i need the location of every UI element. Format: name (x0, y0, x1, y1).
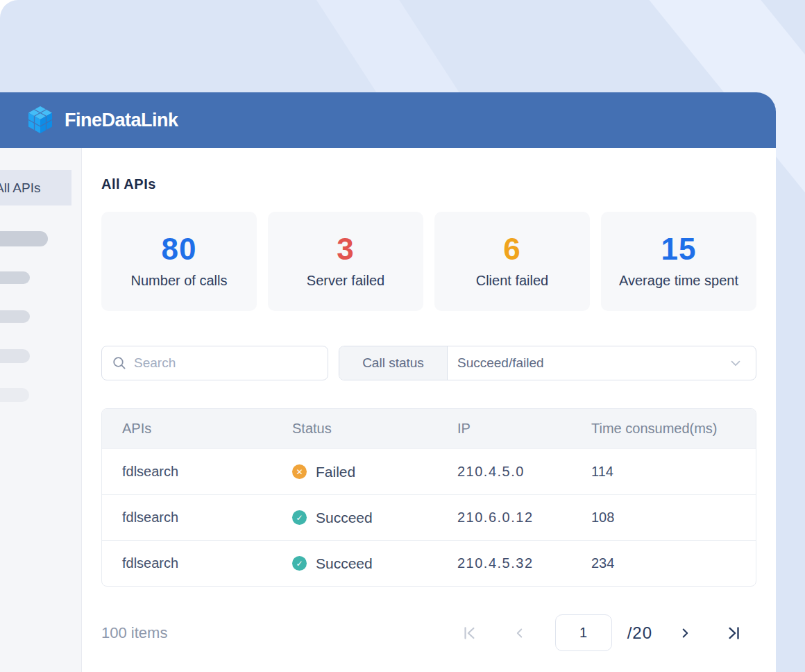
stat-value: 80 (162, 234, 197, 264)
stat-card-server-failed: 3 Server failed (268, 212, 423, 311)
search-input[interactable] (134, 355, 318, 371)
table-row[interactable]: fdlsearch ✓ Succeed 210.6.0.12 108 (102, 494, 756, 540)
sidebar-item-label: All APIs (0, 180, 40, 196)
page-title: All APIs (101, 176, 756, 192)
stat-card-average-time: 15 Average time spent (601, 212, 756, 311)
sidebar-skeleton-item (0, 349, 30, 363)
cell-time: 108 (591, 510, 756, 526)
cell-ip: 210.6.0.12 (457, 510, 591, 526)
search-icon (112, 355, 127, 371)
stat-label: Server failed (307, 273, 384, 289)
column-header-status: Status (292, 421, 457, 437)
cell-time: 234 (591, 555, 756, 571)
table-body: fdlsearch ✕ Failed 210.4.5.0 114 fdlsear… (102, 448, 756, 586)
cell-status: ✓ Succeed (292, 510, 457, 526)
cell-api: fdlsearch (102, 464, 292, 480)
table-row[interactable]: fdlsearch ✕ Failed 210.4.5.0 114 (102, 448, 756, 494)
current-page-input[interactable]: 1 (555, 614, 612, 651)
status-badge-icon: ✓ (292, 556, 307, 571)
page-total: /20 (627, 623, 652, 643)
table-header: APIs Status IP Time consumed(ms) (102, 409, 756, 448)
app-window: FineDataLink All APIs All APIs 80 Number… (0, 92, 776, 672)
stat-label: Average time spent (619, 273, 738, 289)
stat-label: Client failed (476, 273, 549, 289)
status-badge-icon: ✓ (292, 510, 307, 525)
chevron-right-icon[interactable] (677, 625, 693, 641)
stat-label: Number of calls (131, 273, 228, 289)
sidebar-skeleton-item (0, 231, 48, 246)
call-status-label: Call status (339, 346, 448, 380)
cell-status: ✓ Succeed (292, 555, 457, 572)
sidebar-item-all-apis[interactable]: All APIs (0, 170, 71, 205)
call-status-value: Succeed/failed (448, 346, 756, 380)
stat-value: 6 (503, 234, 520, 264)
first-page-icon[interactable] (461, 624, 479, 642)
column-header-ip: IP (457, 421, 591, 437)
logo-text: FineDataLink (65, 110, 178, 131)
table-row[interactable]: fdlsearch ✓ Succeed 210.4.5.32 234 (102, 540, 756, 586)
cell-api: fdlsearch (102, 555, 292, 571)
table-footer: 100 items 1 /20 (101, 614, 756, 651)
items-count: 100 items (101, 624, 167, 642)
stat-card-client-failed: 6 Client failed (434, 212, 590, 311)
cell-time: 114 (591, 464, 756, 480)
stats-row: 80 Number of calls 3 Server failed 6 Cli… (101, 212, 756, 311)
sidebar-skeleton-item (0, 310, 30, 323)
api-table: APIs Status IP Time consumed(ms) fdlsear… (101, 408, 756, 587)
chevron-down-icon (728, 355, 743, 371)
cell-status: ✕ Failed (292, 464, 457, 480)
sidebar-skeleton-item (0, 271, 30, 284)
sidebar-skeleton-item (0, 388, 29, 402)
call-status-select[interactable]: Call status Succeed/failed (339, 346, 756, 380)
cell-ip: 210.4.5.32 (457, 555, 591, 571)
status-label: Succeed (316, 510, 373, 526)
pagination: 1 /20 (461, 614, 743, 651)
app-header: FineDataLink (0, 92, 776, 148)
stat-card-number-of-calls: 80 Number of calls (101, 212, 257, 311)
column-header-time: Time consumed(ms) (591, 421, 756, 437)
status-label: Failed (316, 464, 355, 480)
cell-ip: 210.4.5.0 (457, 464, 591, 480)
last-page-icon[interactable] (724, 624, 743, 642)
cube-icon (26, 105, 54, 135)
search-box[interactable] (101, 346, 328, 380)
logo: FineDataLink (26, 105, 178, 135)
chevron-left-icon[interactable] (512, 625, 527, 641)
filters-row: Call status Succeed/failed (101, 346, 756, 380)
main-content: All APIs 80 Number of calls 3 Server fai… (82, 148, 776, 672)
stat-value: 15 (661, 234, 697, 264)
status-label: Succeed (316, 555, 373, 572)
cell-api: fdlsearch (102, 510, 292, 526)
sidebar: All APIs (0, 148, 82, 672)
column-header-apis: APIs (102, 421, 292, 437)
status-badge-icon: ✕ (292, 464, 307, 479)
stat-value: 3 (337, 234, 354, 264)
